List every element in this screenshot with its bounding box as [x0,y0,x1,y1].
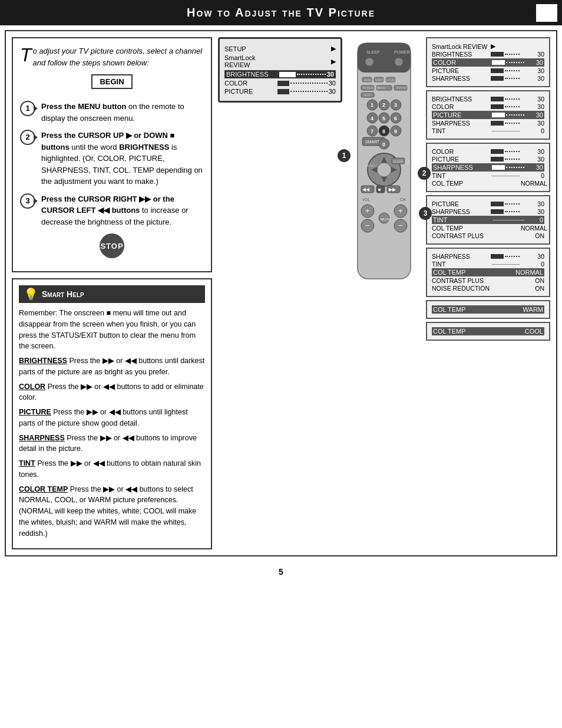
menu-setup: SETUP ▶ [224,45,336,52]
s6-coltemp-highlighted: COL TEMP NORMAL [432,268,544,276]
step-1: 1 Press the MENU button on the remote to… [20,101,204,124]
s6-tint: TINT 0 [432,261,544,268]
help-color-temp: COLOR TEMP Press the ▶▶ or ◀◀ buttons to… [19,484,205,539]
help-tint: TINT Press the ▶▶ or ◀◀ buttons to obtai… [19,458,205,480]
s2-sharpness: SHARPNESS 30 [432,75,544,82]
step-3-text: Press the CURSOR RIGHT ▶▶ or the CURSOR … [41,193,204,228]
svg-text:9: 9 [394,129,397,134]
svg-text:VOL: VOL [362,197,370,202]
svg-text:−: − [398,221,403,230]
help-sharpness: SHARPNESS Press the ▶▶ or ◀◀ buttons to … [19,433,205,455]
svg-text:1: 1 [371,102,373,108]
svg-text:6: 6 [394,116,397,121]
s2-smartlock: SmartLock REVIEW ▶ [432,42,544,50]
bulb-icon: 💡 [24,287,38,301]
svg-text:0: 0 [382,141,385,147]
svg-text:CLOCK: CLOCK [388,78,399,82]
smart-help-box: 💡 Smart Help Remember: The onscreen ■ me… [12,278,212,549]
svg-text:MENU: MENU [365,164,375,167]
s5-tint-highlighted: TINT 0 [432,216,544,224]
step-2-arrow [34,134,38,140]
svg-text:VCR: VCR [378,86,385,90]
right-screens-area: SmartLock REVIEW ▶ BRIGHTNESS 30 COLOR [426,37,550,341]
svg-point-4 [365,58,373,66]
svg-point-5 [395,58,403,66]
smart-help-title: 💡 Smart Help [19,285,205,303]
help-color: COLOR Press the ▶▶ or ◀◀ buttons to add … [19,381,205,404]
page-number: 5 [0,561,562,582]
svg-text:4: 4 [371,116,373,121]
screen7: COL TEMP WARM [426,300,550,319]
s5-coltemp: COL TEMP NORMAL [432,225,544,232]
s2-brightness: BRIGHTNESS 30 [432,51,544,58]
drop-cap: T [20,45,32,64]
page-header: How to Adjust the TV Picture [0,0,562,25]
s3-color: COLOR 30 [432,103,544,110]
step-2: 2 Press the CURSOR UP ▶ or DOWN ■ button… [20,130,204,187]
brightness-bar [279,72,296,77]
top-section: SETUP ▶ SmartLock REVIEW ▶ BRIGHTNESS [218,37,550,341]
svg-text:TV RECORD: TV RECORD [362,86,380,90]
stop-button[interactable]: STOP [100,233,124,258]
svg-text:■: ■ [378,187,381,192]
step-2-text: Press the CURSOR UP ▶ or DOWN ■ buttons … [41,130,204,187]
s5-contrast: CONTRAST PLUS ON [432,232,544,239]
s6-sharpness: SHARPNESS 30 [432,253,544,260]
svg-text:AUD: AUD [364,78,371,82]
screen3: BRIGHTNESS 30 COLOR 30 [426,90,550,140]
s3-tint: TINT 0 [432,127,544,134]
header-box [536,4,557,22]
step-3: 3 Press the CURSOR RIGHT ▶▶ or the CURSO… [20,193,204,228]
s6-noise: NOISE REDUCTION ON [432,285,544,292]
svg-text:MUTE: MUTE [381,218,391,221]
s4-picture: PICTURE 30 [432,156,544,163]
s3-brightness: BRIGHTNESS 30 [432,95,544,103]
svg-text:STATUS: STATUS [375,78,388,82]
step-1-text: Press the MENU button on the remote to d… [41,101,204,124]
svg-text:▶▶: ▶▶ [389,187,396,192]
smart-help-content: Remember: The onscreen ■ menu will time … [19,308,205,539]
svg-text:CH: CH [400,197,406,202]
menu-smartlock: SmartLock REVIEW ▶ [224,54,336,68]
right-content: SETUP ▶ SmartLock REVIEW ▶ BRIGHTNESS [218,37,550,549]
svg-text:POWER: POWER [394,50,409,54]
menu-color: COLOR 30 [224,80,336,87]
screens-container: SETUP ▶ SmartLock REVIEW ▶ BRIGHTNESS [218,37,342,103]
s5-sharpness: SHARPNESS 30 [432,208,544,215]
s7-coltemp-warm: COL TEMP WARM [432,305,544,314]
help-picture: PICTURE Press the ▶▶ or ◀◀ buttons until… [19,407,205,429]
menu-picture: PICTURE 30 [224,88,336,95]
svg-text:7: 7 [371,129,373,134]
menu-brightness-highlighted: BRIGHTNESS 30 [224,70,336,78]
s3-picture-highlighted: PICTURE 30 [432,111,544,119]
svg-point-43 [377,163,391,177]
svg-text:SURR ▐▐: SURR ▐▐ [393,159,409,164]
screen6: SHARPNESS 30 TINT 0 COL T [426,248,550,297]
s4-coltemp: COL TEMP NORMAL [432,180,544,187]
step-badge-3: 3 [419,207,432,220]
intro-text: To adjust your TV picture controls, sele… [20,45,204,68]
s4-tint: TINT 0 [432,172,544,179]
svg-text:SLEEP: SLEEP [366,50,380,54]
remote-area: 1 2 3 SLEEP POWER [346,37,422,286]
main-content: To adjust your TV picture controls, sele… [5,30,557,556]
svg-text:SMART: SMART [365,140,380,144]
step-1-arrow [34,106,38,111]
right-column: SETUP ▶ SmartLock REVIEW ▶ BRIGHTNESS [218,37,550,549]
screen8: COL TEMP COOL [426,322,550,341]
screen4: COLOR 30 PICTURE 30 [426,143,550,192]
page-title: How to Adjust the TV Picture [187,6,375,19]
begin-button[interactable]: BEGIN [91,74,132,89]
s3-sharpness: SHARPNESS 30 [432,120,544,127]
s4-color: COLOR 30 [432,148,544,155]
screen5: PICTURE 30 SHARPNESS 30 [426,195,550,245]
step-3-arrow [34,198,38,204]
help-brightness: BRIGHTNESS Press the ▶▶ or ◀◀ buttons un… [19,355,205,378]
s4-sharpness-highlighted: SHARPNESS 30 [432,163,544,172]
svg-text:3: 3 [394,102,397,108]
svg-text:5: 5 [382,116,385,121]
svg-text:ACC: ACC [364,93,371,97]
left-column: To adjust your TV picture controls, sele… [12,37,212,549]
instruction-box: To adjust your TV picture controls, sele… [12,37,212,272]
s2-picture: PICTURE 30 [432,67,544,74]
